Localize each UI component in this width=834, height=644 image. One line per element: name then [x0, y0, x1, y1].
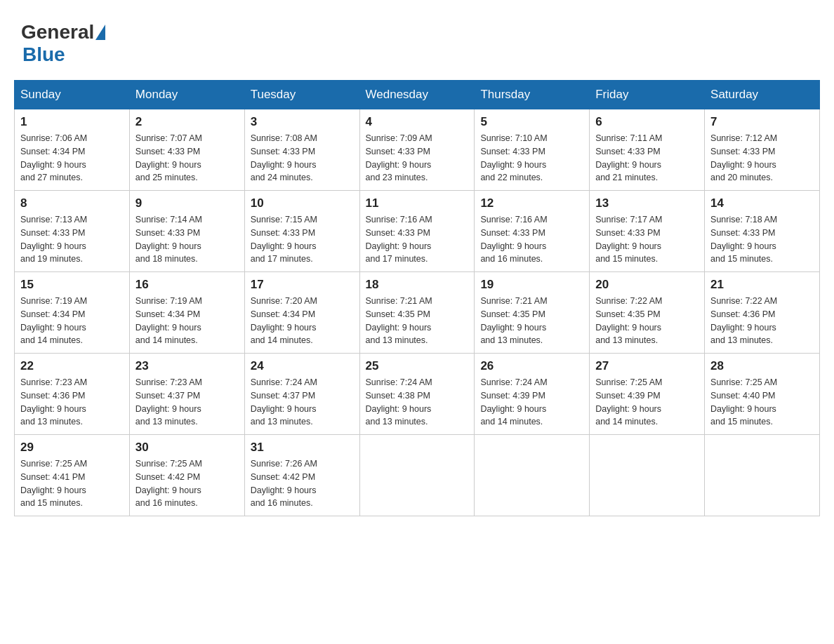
- day-info: Sunrise: 7:08 AM Sunset: 4:33 PM Dayligh…: [251, 132, 354, 185]
- day-info: Sunrise: 7:26 AM Sunset: 4:42 PM Dayligh…: [251, 457, 354, 510]
- logo-blue-text: Blue: [22, 43, 65, 65]
- day-info: Sunrise: 7:23 AM Sunset: 4:37 PM Dayligh…: [135, 376, 239, 429]
- calendar-cell: 5 Sunrise: 7:10 AM Sunset: 4:33 PM Dayli…: [475, 109, 590, 191]
- calendar-cell: 9 Sunrise: 7:14 AM Sunset: 4:33 PM Dayli…: [129, 191, 244, 272]
- calendar-cell: 26 Sunrise: 7:24 AM Sunset: 4:39 PM Dayl…: [475, 354, 590, 435]
- calendar-cell: 6 Sunrise: 7:11 AM Sunset: 4:33 PM Dayli…: [590, 109, 705, 191]
- day-number: 4: [366, 115, 469, 129]
- day-info: Sunrise: 7:17 AM Sunset: 4:33 PM Dayligh…: [595, 213, 699, 266]
- day-number: 28: [710, 359, 814, 373]
- calendar-table: SundayMondayTuesdayWednesdayThursdayFrid…: [14, 80, 820, 516]
- day-number: 15: [20, 278, 124, 292]
- calendar-cell: 20 Sunrise: 7:22 AM Sunset: 4:35 PM Dayl…: [590, 272, 705, 354]
- day-info: Sunrise: 7:16 AM Sunset: 4:33 PM Dayligh…: [366, 213, 469, 266]
- day-number: 8: [20, 196, 124, 210]
- day-number: 13: [595, 196, 699, 210]
- calendar-cell: 28 Sunrise: 7:25 AM Sunset: 4:40 PM Dayl…: [705, 354, 820, 435]
- calendar-cell: 22 Sunrise: 7:23 AM Sunset: 4:36 PM Dayl…: [15, 354, 130, 435]
- calendar-cell: 31 Sunrise: 7:26 AM Sunset: 4:42 PM Dayl…: [244, 435, 359, 516]
- day-info: Sunrise: 7:24 AM Sunset: 4:37 PM Dayligh…: [251, 376, 354, 429]
- day-info: Sunrise: 7:21 AM Sunset: 4:35 PM Dayligh…: [366, 295, 469, 347]
- calendar-cell: 8 Sunrise: 7:13 AM Sunset: 4:33 PM Dayli…: [15, 191, 130, 272]
- day-info: Sunrise: 7:22 AM Sunset: 4:35 PM Dayligh…: [595, 295, 699, 347]
- day-number: 10: [251, 196, 354, 210]
- day-number: 1: [20, 115, 124, 129]
- weekday-header-thursday: Thursday: [475, 81, 590, 109]
- calendar-cell: [475, 435, 590, 516]
- calendar-cell: 24 Sunrise: 7:24 AM Sunset: 4:37 PM Dayl…: [244, 354, 359, 435]
- day-number: 12: [480, 196, 583, 210]
- page-header: General Blue: [14, 14, 820, 66]
- day-number: 3: [251, 115, 354, 129]
- day-number: 2: [135, 115, 239, 129]
- calendar-cell: 12 Sunrise: 7:16 AM Sunset: 4:33 PM Dayl…: [475, 191, 590, 272]
- calendar-cell: 29 Sunrise: 7:25 AM Sunset: 4:41 PM Dayl…: [15, 435, 130, 516]
- day-info: Sunrise: 7:25 AM Sunset: 4:42 PM Dayligh…: [135, 457, 239, 510]
- day-number: 29: [20, 441, 124, 455]
- calendar-cell: 25 Sunrise: 7:24 AM Sunset: 4:38 PM Dayl…: [359, 354, 475, 435]
- day-info: Sunrise: 7:11 AM Sunset: 4:33 PM Dayligh…: [595, 132, 699, 185]
- logo: General Blue: [21, 21, 107, 66]
- day-info: Sunrise: 7:19 AM Sunset: 4:34 PM Dayligh…: [20, 295, 124, 347]
- weekday-header-friday: Friday: [590, 81, 705, 109]
- calendar-cell: [590, 435, 705, 516]
- logo-text: General: [21, 21, 107, 43]
- calendar-cell: 10 Sunrise: 7:15 AM Sunset: 4:33 PM Dayl…: [244, 191, 359, 272]
- weekday-header-row: SundayMondayTuesdayWednesdayThursdayFrid…: [15, 81, 820, 109]
- day-info: Sunrise: 7:16 AM Sunset: 4:33 PM Dayligh…: [480, 213, 583, 266]
- day-info: Sunrise: 7:23 AM Sunset: 4:36 PM Dayligh…: [20, 376, 124, 429]
- day-info: Sunrise: 7:13 AM Sunset: 4:33 PM Dayligh…: [20, 213, 124, 266]
- day-number: 7: [710, 115, 814, 129]
- calendar-cell: 18 Sunrise: 7:21 AM Sunset: 4:35 PM Dayl…: [359, 272, 475, 354]
- day-info: Sunrise: 7:18 AM Sunset: 4:33 PM Dayligh…: [710, 213, 814, 266]
- logo-triangle-icon: [95, 25, 105, 40]
- day-info: Sunrise: 7:22 AM Sunset: 4:36 PM Dayligh…: [710, 295, 814, 347]
- calendar-cell: 2 Sunrise: 7:07 AM Sunset: 4:33 PM Dayli…: [129, 109, 244, 191]
- day-number: 22: [20, 359, 124, 373]
- day-info: Sunrise: 7:25 AM Sunset: 4:41 PM Dayligh…: [20, 457, 124, 510]
- day-number: 31: [251, 441, 354, 455]
- day-info: Sunrise: 7:09 AM Sunset: 4:33 PM Dayligh…: [366, 132, 469, 185]
- calendar-cell: 4 Sunrise: 7:09 AM Sunset: 4:33 PM Dayli…: [359, 109, 475, 191]
- calendar-cell: 27 Sunrise: 7:25 AM Sunset: 4:39 PM Dayl…: [590, 354, 705, 435]
- day-info: Sunrise: 7:25 AM Sunset: 4:40 PM Dayligh…: [710, 376, 814, 429]
- day-number: 21: [710, 278, 814, 292]
- day-number: 14: [710, 196, 814, 210]
- calendar-week-3: 15 Sunrise: 7:19 AM Sunset: 4:34 PM Dayl…: [15, 272, 820, 354]
- day-number: 17: [251, 278, 354, 292]
- weekday-header-monday: Monday: [129, 81, 244, 109]
- calendar-week-5: 29 Sunrise: 7:25 AM Sunset: 4:41 PM Dayl…: [15, 435, 820, 516]
- calendar-cell: 11 Sunrise: 7:16 AM Sunset: 4:33 PM Dayl…: [359, 191, 475, 272]
- weekday-header-tuesday: Tuesday: [244, 81, 359, 109]
- calendar-cell: 3 Sunrise: 7:08 AM Sunset: 4:33 PM Dayli…: [244, 109, 359, 191]
- day-info: Sunrise: 7:20 AM Sunset: 4:34 PM Dayligh…: [251, 295, 354, 347]
- calendar-week-1: 1 Sunrise: 7:06 AM Sunset: 4:34 PM Dayli…: [15, 109, 820, 191]
- day-number: 25: [366, 359, 469, 373]
- weekday-header-sunday: Sunday: [15, 81, 130, 109]
- day-number: 26: [480, 359, 583, 373]
- calendar-week-2: 8 Sunrise: 7:13 AM Sunset: 4:33 PM Dayli…: [15, 191, 820, 272]
- day-number: 11: [366, 196, 469, 210]
- calendar-cell: 14 Sunrise: 7:18 AM Sunset: 4:33 PM Dayl…: [705, 191, 820, 272]
- day-info: Sunrise: 7:24 AM Sunset: 4:38 PM Dayligh…: [366, 376, 469, 429]
- day-info: Sunrise: 7:10 AM Sunset: 4:33 PM Dayligh…: [480, 132, 583, 185]
- calendar-cell: 16 Sunrise: 7:19 AM Sunset: 4:34 PM Dayl…: [129, 272, 244, 354]
- day-info: Sunrise: 7:24 AM Sunset: 4:39 PM Dayligh…: [480, 376, 583, 429]
- calendar-cell: 21 Sunrise: 7:22 AM Sunset: 4:36 PM Dayl…: [705, 272, 820, 354]
- day-info: Sunrise: 7:07 AM Sunset: 4:33 PM Dayligh…: [135, 132, 239, 185]
- day-info: Sunrise: 7:15 AM Sunset: 4:33 PM Dayligh…: [251, 213, 354, 266]
- day-info: Sunrise: 7:19 AM Sunset: 4:34 PM Dayligh…: [135, 295, 239, 347]
- day-number: 16: [135, 278, 239, 292]
- day-number: 24: [251, 359, 354, 373]
- logo-general-text: General: [21, 21, 94, 43]
- calendar-cell: 23 Sunrise: 7:23 AM Sunset: 4:37 PM Dayl…: [129, 354, 244, 435]
- calendar-cell: 1 Sunrise: 7:06 AM Sunset: 4:34 PM Dayli…: [15, 109, 130, 191]
- day-info: Sunrise: 7:21 AM Sunset: 4:35 PM Dayligh…: [480, 295, 583, 347]
- day-number: 18: [366, 278, 469, 292]
- day-info: Sunrise: 7:12 AM Sunset: 4:33 PM Dayligh…: [710, 132, 814, 185]
- calendar-week-4: 22 Sunrise: 7:23 AM Sunset: 4:36 PM Dayl…: [15, 354, 820, 435]
- day-number: 19: [480, 278, 583, 292]
- day-number: 5: [480, 115, 583, 129]
- calendar-cell: 17 Sunrise: 7:20 AM Sunset: 4:34 PM Dayl…: [244, 272, 359, 354]
- day-number: 30: [135, 441, 239, 455]
